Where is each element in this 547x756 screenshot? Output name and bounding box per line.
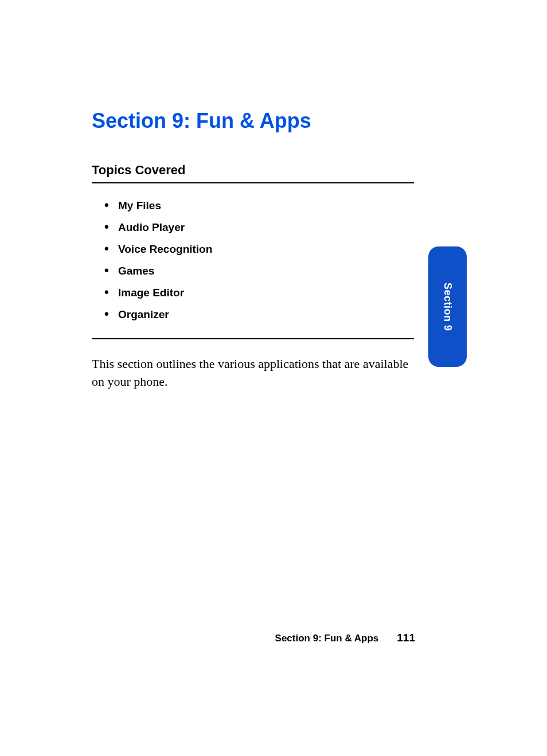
topics-heading: Topics Covered <box>92 163 415 178</box>
list-item: Audio Player <box>104 221 415 234</box>
divider-bottom <box>92 338 414 339</box>
footer-section-label: Section 9: Fun & Apps <box>275 633 379 644</box>
list-item: Voice Recognition <box>104 243 415 256</box>
side-tab: Section 9 <box>428 246 467 367</box>
footer-page-number: 111 <box>397 632 415 644</box>
body-text: This section outlines the various applic… <box>92 355 414 391</box>
list-item: My Files <box>104 199 415 212</box>
section-title: Section 9: Fun & Apps <box>92 109 415 133</box>
side-tab-label: Section 9 <box>441 283 454 331</box>
divider-top <box>92 182 414 183</box>
list-item: Image Editor <box>104 287 415 299</box>
list-item: Games <box>104 265 415 277</box>
topics-list: My Files Audio Player Voice Recognition … <box>92 199 415 321</box>
page-footer: Section 9: Fun & Apps 111 <box>275 632 415 644</box>
list-item: Organizer <box>104 308 415 321</box>
